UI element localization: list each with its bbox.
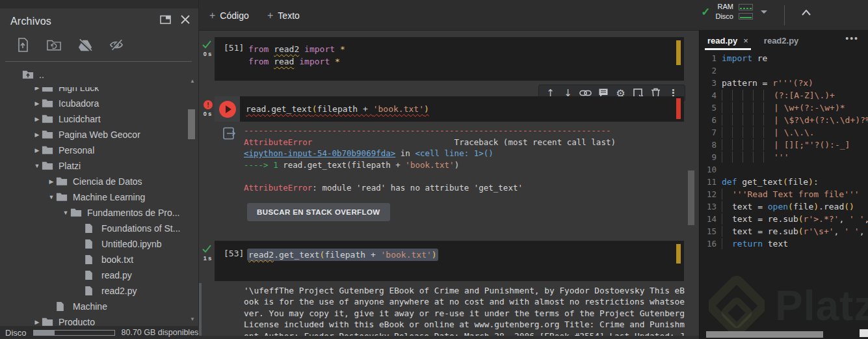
tab-read-py[interactable]: read.py× [700,31,756,50]
more-options-icon[interactable]: ••• [845,33,859,44]
notebook-topbar: + Código + Texto ✓ RAM Disco [199,0,868,31]
files-toolbar [16,38,124,52]
run-icon [219,101,236,118]
code-line: from read2 import * [248,43,345,55]
indent-guide [722,90,774,101]
line-number: 1 [702,53,717,63]
cell-success-check-icon [202,40,213,50]
disk-available-text: 80.70 GB disponibles [122,328,199,337]
refresh-folder-icon[interactable] [47,38,61,52]
code-token: text = re.sub [732,226,798,236]
line-number: 5 [702,103,717,113]
tree-scroll-up-icon[interactable]: ▲ [187,78,198,84]
code-cell-51[interactable]: [51]from read2 import *from read import … [215,37,684,81]
output-text-line: ver. You may copy it, give it away or re… [244,308,685,319]
editor-horizontal-scrollbar[interactable] [706,331,823,338]
editor-code-area[interactable]: 1import re23pattern = r'''(?x)4(?:[A-Z]\… [702,52,868,286]
search-stack-overflow-button[interactable]: BUSCAR EN STACK OVERFLOW [247,203,390,221]
tree-item-book-txt[interactable]: book.txt [0,252,133,267]
caret-down-icon[interactable] [761,10,767,14]
code-token: , t [860,226,868,236]
code-token: + [363,104,373,114]
folder-icon [42,317,53,326]
folder-icon [70,208,82,218]
code-token: r'>.*?' [804,214,839,224]
line-number: 9 [702,152,717,162]
chevron-right-icon[interactable]: ▶ [47,178,56,185]
tree-item-machine[interactable]: Machine [0,299,107,314]
tree-item-label: .. [39,70,44,80]
cell-code[interactable]: read.get_text(filepath + 'book.txt') [246,103,429,115]
tree-item-platzi[interactable]: ▼Platzi [0,159,81,173]
traceback-token: Traceback (most recent call last) [454,137,616,147]
open-in-new-tab-icon[interactable] [160,15,171,24]
resource-monitor[interactable]: ✓ RAM Disco [701,3,767,21]
tree-item-untitled0-ipynb[interactable]: Untitled0.ipynb [0,237,162,251]
hide-hidden-files-icon[interactable] [109,38,124,52]
code-token: ' ' [849,214,864,224]
add-code-button[interactable]: + Código [209,8,249,23]
code-token: text [763,239,788,249]
line-number: 8 [702,140,717,150]
tab-read2-py[interactable]: read2.py [756,31,806,50]
code-token: ( [312,104,317,114]
chevron-down-icon[interactable]: ▼ [61,210,70,216]
tree-item-read2-py[interactable]: read2.py [0,284,137,298]
code-token: filepath [317,104,363,114]
tree-item-read-py[interactable]: read.py [0,268,132,282]
tree-item-machine-learning[interactable]: ▼Machine Learning [0,190,145,204]
editor-code-line: 14text = re.sub(r'>.*?', ' ', [702,213,868,225]
chevron-down-icon[interactable]: ▼ [47,194,56,200]
cell-code[interactable]: read2.get_text(filepath + 'book.txt') [248,249,437,261]
indent-guide [722,201,732,212]
tree-item-icubadora[interactable]: ▶Icubadora [0,96,99,111]
chevron-right-icon[interactable]: ▶ [33,131,42,138]
topbar-separator [784,5,785,25]
traceback-text: ----------------------------------------… [244,125,616,193]
traceback-input-link[interactable]: <ipython-input-54-0b70b9069fda> [244,148,395,158]
code-token: ( [798,214,804,224]
tree-item-fundamentos-de-pro-[interactable]: ▼Fundamentos de Pro... [0,206,179,220]
tree-item-label: Untitled0.ipynb [101,239,162,249]
traceback-token: : module 'read' has no attribute 'get_te… [312,183,523,193]
cell-code[interactable]: from read2 import *from read import * [248,43,345,68]
exec-count-label[interactable]: [51] [224,43,244,53]
add-text-button[interactable]: + Texto [267,8,300,23]
output-gutter-bar[interactable] [199,283,202,339]
tree-item--[interactable]: .. [0,68,44,82]
indent-guide [722,152,774,163]
chevron-right-icon[interactable]: ▶ [33,116,42,122]
tree-item-high-luck[interactable]: ▶High Luck [0,81,99,95]
disk-status-bar: Disco 80.70 GB disponibles [0,326,199,339]
tree-scrollbar[interactable] [188,109,195,139]
chevron-right-icon[interactable]: ▶ [33,319,42,325]
tree-item-pagina-web-geocor[interactable]: ▶Pagina Web Geocor [0,128,140,142]
tree-item-foundations-of-st-[interactable]: Foundations of St... [0,221,180,236]
upload-file-icon[interactable] [16,38,30,52]
traceback-token: AttributeError [244,137,312,147]
code-cell-53[interactable]: [53]read2.get_text(filepath + 'book.txt'… [215,241,684,281]
tree-item-producto[interactable]: ▶Producto [0,315,95,326]
tree-item-ciencia-de-datos[interactable]: ▶Ciencia de Datos [0,174,142,189]
exec-count-label[interactable]: [53] [224,249,244,258]
close-panel-icon[interactable] [180,14,191,25]
collapse-header-button[interactable] [802,10,811,16]
editor-code-line: 13text = open(file).read() [702,200,854,213]
chevron-right-icon[interactable]: ▶ [33,100,42,107]
chevron-right-icon[interactable]: ▶ [33,85,42,91]
notebook-scrollbar[interactable] [688,170,694,225]
tree-item-personal[interactable]: ▶Personal [0,143,94,157]
tab-close-icon[interactable]: × [743,36,748,46]
tree-item-label: Platzi [59,161,81,171]
indent-guide [722,238,732,249]
output-icon[interactable] [222,126,237,141]
tree-item-lucidchart[interactable]: ▶Lucidchart [0,112,101,126]
tree-item-label: Personal [59,145,94,156]
tree-scroll-down-icon[interactable]: ▼ [187,316,198,322]
run-cell-button[interactable] [215,96,240,122]
ram-usage-bar [739,4,753,10]
chevron-down-icon[interactable]: ▼ [33,163,42,169]
mount-drive-off-icon[interactable] [78,38,92,52]
chevron-right-icon[interactable]: ▶ [33,147,42,154]
code-cell-error[interactable]: read.get_text(filepath + 'book.txt') [215,96,684,122]
